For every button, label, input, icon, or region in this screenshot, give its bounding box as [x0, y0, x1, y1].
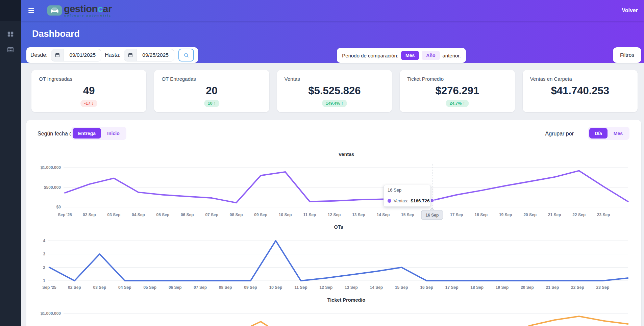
x-axis-label: 12 Sep	[320, 285, 333, 290]
x-axis-label: 21 Sep	[548, 212, 561, 217]
y-axis-label: $0	[56, 205, 61, 209]
tooltip-date: 16 Sep	[384, 185, 430, 195]
x-axis-label: 23 Sep	[596, 285, 610, 290]
search-icon	[183, 52, 189, 58]
logo[interactable]: gestioncar software automotriz	[47, 4, 112, 17]
x-axis-label: 11 Sep	[303, 212, 316, 217]
status-badge: -17 ↓	[80, 100, 97, 107]
dashboard-grid-icon	[7, 30, 14, 38]
x-axis-label: 14 Sep	[377, 212, 390, 217]
ventas-chart-title: Ventas	[339, 152, 354, 157]
from-date-group	[51, 49, 102, 61]
table-icon	[7, 46, 14, 53]
tooltip-value: $166.726	[411, 198, 429, 203]
chart-tooltip: 16 Sep Ventas: $166.726	[383, 185, 431, 207]
x-axis-label: 04 Sep	[118, 285, 131, 290]
status-badge: 149.4% ↑	[322, 100, 347, 107]
x-axis-label: 03 Sep	[107, 212, 121, 217]
ots-line	[49, 241, 628, 281]
x-axis-label: 18 Sep	[470, 285, 484, 290]
x-axis-label: Sep '25	[58, 212, 72, 217]
kpi-card-ventas-en-carpeta: Ventas en Carpeta $41.740.253	[523, 70, 638, 112]
x-axis-label: 10 Sep	[269, 285, 282, 290]
page-title: Dashboard	[32, 29, 644, 39]
comparison-label: Periodo de comparación:	[342, 53, 398, 58]
series-dot-icon	[388, 199, 391, 203]
x-axis-label: 12 Sep	[328, 212, 341, 217]
x-axis-label: 21 Sep	[546, 285, 559, 290]
x-axis-label: 17 Sep	[445, 285, 459, 290]
tooltip-series-label: Ventas:	[394, 198, 408, 203]
y-axis-label: 1	[43, 278, 45, 283]
status-badge: 24.7% ↑	[446, 100, 469, 107]
kpi-row: OT Ingresadas 49 -17 ↓ OT Entregadas 20 …	[31, 70, 638, 112]
sidebar-item-tables[interactable]	[0, 42, 21, 57]
x-axis-label: 14 Sep	[370, 285, 383, 290]
to-date-input[interactable]	[137, 52, 174, 58]
y-axis-label: $1.000.000	[41, 165, 61, 170]
from-date-input[interactable]	[64, 52, 101, 58]
kpi-card-ot-entregadas: OT Entregadas 20 10 ↑	[154, 70, 269, 112]
to-date-group	[124, 49, 175, 61]
ventas-line	[65, 171, 628, 203]
sidebar-header	[0, 0, 21, 21]
comparison-period-box: Periodo de comparación: Mes Año anterior…	[337, 48, 466, 63]
x-axis-label: 22 Sep	[571, 285, 584, 290]
x-axis-label: 04 Sep	[132, 212, 145, 217]
ots-chart-title: OTs	[334, 224, 343, 230]
x-axis-label: 20 Sep	[521, 285, 534, 290]
back-link[interactable]: Volver	[622, 7, 638, 14]
ticket_promedio-line	[65, 316, 628, 326]
x-axis-label: 13 Sep	[345, 285, 358, 290]
y-axis-label: $500.000	[44, 185, 61, 190]
x-axis-label: Sep '25	[42, 285, 56, 290]
sidebar	[0, 0, 21, 326]
x-axis-label: 23 Sep	[597, 212, 610, 217]
charts-panel: Según fecha de Entrega Inicio Agrupar po…	[26, 120, 641, 326]
top-bar: gestioncar software automotriz Volver	[21, 0, 644, 21]
menu-button[interactable]	[28, 7, 37, 14]
hamburger-icon	[28, 8, 34, 8]
x-axis-label: 22 Sep	[572, 212, 586, 217]
x-axis-label: 17 Sep	[450, 212, 463, 217]
logo-wordmark: gestioncar	[64, 4, 112, 14]
y-axis-label: 2	[43, 265, 45, 270]
filtros-button[interactable]: Filtros	[613, 47, 641, 63]
x-axis-label: 13 Sep	[352, 212, 365, 217]
ticket_promedio-chart-title: Ticket Promedio	[327, 297, 366, 303]
x-axis-label: 09 Sep	[244, 285, 257, 290]
search-button[interactable]	[178, 49, 194, 61]
logo-subtitle: software automotriz	[64, 14, 112, 17]
x-axis-label: 20 Sep	[523, 212, 537, 217]
x-axis-label: 19 Sep	[499, 212, 512, 217]
y-axis-label: 3	[43, 252, 45, 256]
x-axis-label: 19 Sep	[496, 285, 509, 290]
x-axis-label: 03 Sep	[93, 285, 106, 290]
x-axis-label: 02 Sep	[83, 212, 96, 217]
charts-svg: Ventas$1.000.000$500.000$0Sep '2502 Sep0…	[26, 120, 641, 326]
x-axis-label: 06 Sep	[181, 212, 194, 217]
from-label: Desde:	[30, 52, 48, 58]
highlighted-x-label: 16 Sep	[426, 213, 439, 218]
calendar-icon[interactable]	[124, 49, 137, 61]
y-axis-label: $1.000.000	[41, 311, 61, 316]
car-icon	[47, 5, 62, 16]
x-axis-label: 18 Sep	[474, 212, 488, 217]
x-axis-label: 09 Sep	[254, 212, 267, 217]
comparison-suffix: anterior.	[443, 53, 461, 58]
x-axis-label: 06 Sep	[169, 285, 182, 290]
x-axis-label: 16 Sep	[420, 285, 433, 290]
comparison-mes-button[interactable]: Mes	[401, 51, 419, 60]
y-axis-label: 4	[43, 239, 45, 243]
calendar-icon[interactable]	[51, 49, 64, 61]
comparison-ano-button[interactable]: Año	[422, 51, 440, 60]
kpi-card-ot-ingresadas: OT Ingresadas 49 -17 ↓	[31, 70, 146, 112]
x-axis-label: 08 Sep	[219, 285, 232, 290]
status-badge: 10 ↑	[204, 100, 220, 107]
x-axis-label: 15 Sep	[395, 285, 408, 290]
x-axis-label: 07 Sep	[205, 212, 218, 217]
kpi-card-ticket-promedio: Ticket Promedio $276.291 24.7% ↑	[400, 70, 515, 112]
x-axis-label: 02 Sep	[68, 285, 81, 290]
sidebar-item-dashboard[interactable]	[0, 26, 21, 42]
x-axis-label: 11 Sep	[294, 285, 307, 290]
